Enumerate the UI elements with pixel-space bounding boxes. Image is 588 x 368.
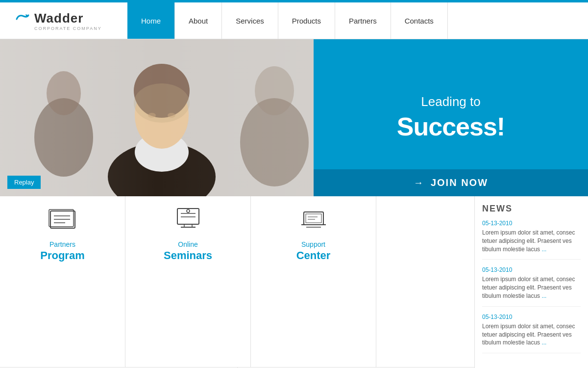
online-seminars-icon [173, 206, 203, 236]
support-center-icon [299, 206, 328, 236]
nav-home[interactable]: Home [127, 2, 175, 39]
news-text-2: Lorem ipsum dolor sit amet, consec tetue… [482, 275, 581, 300]
nav-services[interactable]: Services [222, 2, 278, 39]
svg-rect-14 [0, 39, 314, 196]
logo-text: Wadder CORPORATE COMPANY [34, 11, 102, 31]
logo-title: Wadder [34, 11, 102, 26]
join-now-button[interactable]: → JOIN NOW [314, 169, 588, 196]
news-date-1: 05-13-2010 [482, 220, 581, 227]
nav-partners[interactable]: Partners [335, 2, 391, 39]
feature-partners-title: Program [40, 249, 84, 262]
hero-success-text: Success! [397, 112, 505, 141]
news-panel: NEWS 05-13-2010 Lorem ipsum dolor sit am… [474, 196, 588, 368]
news-date-2: 05-13-2010 [482, 266, 581, 273]
news-text-3: Lorem ipsum dolor sit amet, consec tetue… [482, 322, 581, 347]
news-item-2: 05-13-2010 Lorem ipsum dolor sit amet, c… [482, 266, 581, 306]
feature-online-seminars[interactable]: Online Seminars [125, 196, 251, 367]
feature-support-sub: Support [301, 240, 325, 248]
feature-seminars-title: Seminars [164, 249, 212, 262]
news-item-1: 05-13-2010 Lorem ipsum dolor sit amet, c… [482, 220, 581, 260]
replay-button[interactable]: Replay [7, 176, 41, 189]
hero-image: Replay [0, 39, 314, 196]
svg-rect-16 [49, 210, 74, 227]
feature-support-center[interactable]: Support Center [251, 196, 376, 367]
header: Wadder CORPORATE COMPANY Home About Serv… [0, 2, 588, 39]
logo: Wadder CORPORATE COMPANY [0, 11, 127, 31]
feature-partners-sub: Partners [49, 240, 75, 248]
features-row: Partners Program Online Seminars [0, 196, 588, 368]
logo-icon [15, 12, 30, 29]
features-strip: Partners Program Online Seminars [0, 196, 474, 368]
news-item-3: 05-13-2010 Lorem ipsum dolor sit amet, c… [482, 314, 581, 353]
news-date-3: 05-13-2010 [482, 314, 581, 320]
news-heading: NEWS [482, 204, 581, 214]
news-text-1: Lorem ipsum dolor sit amet, consec tetue… [482, 229, 581, 253]
join-arrow-icon: → [414, 177, 423, 188]
svg-rect-20 [177, 209, 199, 224]
svg-point-25 [187, 210, 190, 212]
feature-support-title: Center [296, 249, 331, 262]
feature-seminars-sub: Online [178, 240, 197, 248]
news-more-1[interactable]: ... [541, 246, 546, 253]
hero-leading-text: Leading to [421, 94, 480, 109]
nav-contacts[interactable]: Contacts [391, 2, 448, 39]
hero-section: Replay Leading to Success! → JOIN NOW [0, 39, 588, 196]
feature-partners-program[interactable]: Partners Program [0, 196, 125, 367]
news-more-3[interactable]: ... [541, 339, 546, 346]
join-now-label: JOIN NOW [431, 177, 488, 188]
hero-cta: Leading to Success! → JOIN NOW [314, 39, 588, 196]
nav-about[interactable]: About [175, 2, 222, 39]
partners-program-icon [48, 206, 77, 236]
main-nav: Home About Services Products Partners Co… [127, 2, 448, 39]
logo-subtitle: CORPORATE COMPANY [34, 26, 102, 31]
svg-rect-27 [306, 214, 321, 223]
news-more-2[interactable]: ... [541, 292, 546, 299]
nav-products[interactable]: Products [278, 2, 335, 39]
